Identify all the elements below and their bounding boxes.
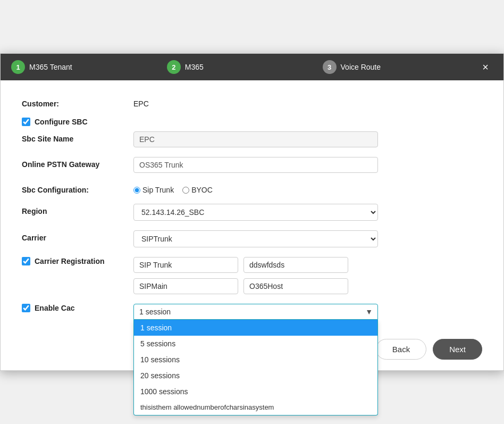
region-label: Region (22, 204, 133, 215)
step-1: 1 M365 Tenant (11, 60, 167, 74)
step-group: 1 M365 Tenant 2 M365 3 Voice Route (11, 60, 478, 74)
sbc-site-name-input[interactable] (133, 131, 378, 147)
close-button[interactable]: × (478, 60, 493, 74)
carrier-row: Carrier SIPTrunk Other (22, 230, 482, 247)
customer-value: EPC (133, 96, 482, 108)
sbc-config-options: Sip Trunk BYOC (133, 182, 213, 194)
enable-cac-label: Enable Cac (35, 304, 74, 312)
cac-select-container: 1 session 5 sessions 10 sessions 20 sess… (133, 304, 378, 320)
carrier-reg-label: Carrier Registration (35, 257, 104, 265)
step-3-label: Voice Route (341, 63, 381, 71)
carrier-label: Carrier (22, 230, 133, 242)
carrier-reg-label-col: Carrier Registration (22, 257, 133, 265)
enable-cac-label-col: Enable Cac (22, 304, 133, 312)
carrier-reg-checkbox-row: Carrier Registration (22, 257, 133, 265)
sbc-config-label: Sbc Configuration: (22, 182, 133, 194)
cac-dropdown-item-3[interactable]: 10 sessions (134, 352, 377, 368)
sip-trunk-label: Sip Trunk (142, 186, 174, 194)
step-1-circle: 1 (11, 60, 25, 74)
cac-dropdown: 1 session 5 sessions 10 sessions 20 sess… (133, 320, 378, 415)
carrier-reg-checkbox[interactable] (22, 257, 30, 265)
carrier-reg-input-3[interactable] (133, 278, 238, 294)
online-pstn-label: Online PSTN Gateway (22, 157, 133, 169)
carrier-reg-input-1[interactable] (133, 257, 238, 273)
configure-sbc-checkbox[interactable] (22, 118, 30, 126)
configure-sbc-row: Configure SBC (22, 118, 482, 126)
modal-header: 1 M365 Tenant 2 M365 3 Voice Route × (1, 54, 503, 80)
cac-dropdown-item-5[interactable]: 1000 sessions (134, 384, 377, 400)
carrier-reg-inputs (133, 257, 348, 294)
byoc-radio[interactable] (182, 187, 189, 194)
region-select[interactable]: 52.143.14.26_SBC Region 2 Region 3 (133, 204, 378, 221)
carrier-reg-input-2[interactable] (243, 257, 348, 273)
cac-dropdown-item-1[interactable]: 1 session (134, 320, 377, 336)
step-3-circle: 3 (323, 60, 337, 74)
sbc-site-name-row: Sbc Site Name (22, 131, 482, 147)
cac-select[interactable]: 1 session 5 sessions 10 sessions 20 sess… (133, 304, 378, 320)
enable-cac-row: Enable Cac 1 session 5 sessions 10 sessi… (22, 304, 482, 320)
customer-row: Customer: EPC (22, 96, 482, 108)
step-1-label: M365 Tenant (29, 63, 72, 71)
online-pstn-row: Online PSTN Gateway (22, 157, 482, 173)
sip-trunk-radio[interactable] (133, 187, 140, 194)
online-pstn-input[interactable] (133, 157, 378, 173)
cac-dropdown-item-4[interactable]: 20 sessions (134, 368, 377, 384)
modal-body: Customer: EPC Configure SBC Sbc Site Nam… (1, 80, 503, 330)
byoc-label: BYOC (191, 186, 213, 194)
sbc-site-name-label: Sbc Site Name (22, 131, 133, 143)
modal-container: 1 M365 Tenant 2 M365 3 Voice Route × Cus… (0, 53, 504, 371)
region-row: Region 52.143.14.26_SBC Region 2 Region … (22, 204, 482, 221)
carrier-reg-row: Carrier Registration (22, 257, 482, 294)
configure-sbc-label: Configure SBC (35, 118, 88, 126)
back-button[interactable]: Back (376, 339, 426, 360)
cac-select-wrapper: 1 session 5 sessions 10 sessions 20 sess… (133, 304, 378, 320)
enable-cac-checkbox-row: Enable Cac (22, 304, 133, 312)
sbc-config-row: Sbc Configuration: Sip Trunk BYOC (22, 182, 482, 194)
next-button[interactable]: Next (433, 339, 482, 360)
step-2-circle: 2 (167, 60, 181, 74)
step-2-label: M365 (185, 63, 204, 71)
cac-dropdown-item-6[interactable]: thisisthem allowednumberofcharsinasystem (134, 400, 377, 415)
customer-label: Customer: (22, 96, 133, 108)
step-3: 3 Voice Route (323, 60, 478, 74)
sip-trunk-option: Sip Trunk (133, 186, 174, 194)
step-2: 2 M365 (167, 60, 323, 74)
carrier-select[interactable]: SIPTrunk Other (133, 230, 378, 247)
carrier-reg-input-4[interactable] (243, 278, 348, 294)
enable-cac-checkbox[interactable] (22, 304, 30, 312)
cac-dropdown-item-2[interactable]: 5 sessions (134, 336, 377, 352)
byoc-option: BYOC (182, 186, 213, 194)
